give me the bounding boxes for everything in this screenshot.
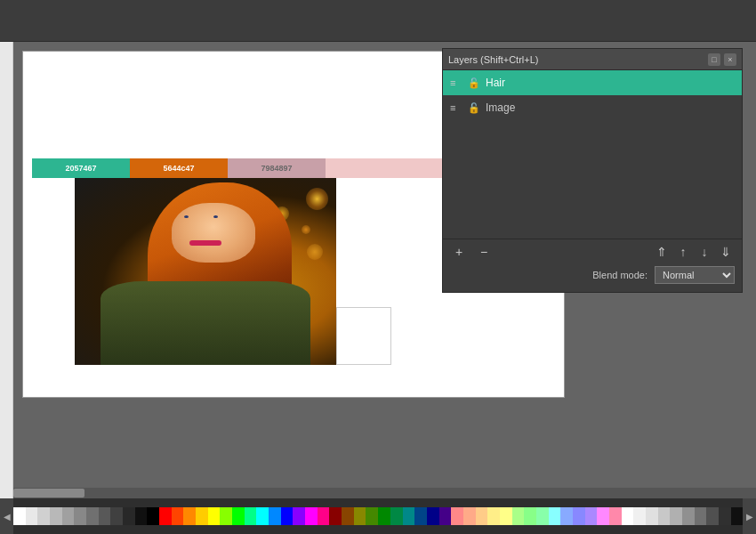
layers-titlebar: Layers (Shift+Ctrl+L) □ × [443, 49, 742, 70]
palette-color-swatch[interactable] [281, 507, 294, 525]
layer-name-image: Image [486, 101, 735, 114]
palette-scroll-left-button[interactable]: ◀ [0, 498, 13, 534]
layer-controls: + − ⇑ ↑ ↓ ⇓ [443, 239, 742, 263]
ruler-vertical [0, 42, 13, 498]
palette-color-swatch[interactable] [719, 507, 731, 525]
palette-color-swatch[interactable] [50, 507, 62, 525]
layer-arrow-buttons: ⇑ ↑ ↓ ⇓ [653, 243, 735, 261]
swatch-extra: 7984897 [228, 158, 326, 178]
palette-color-swatch[interactable] [305, 507, 318, 525]
palette-color-swatch[interactable] [439, 507, 452, 525]
palette-color-swatch[interactable] [695, 507, 707, 525]
palette-color-swatch[interactable] [597, 507, 609, 525]
palette-color-swatch[interactable] [390, 507, 403, 525]
layer-menu-icon-image: ≡ [450, 102, 462, 113]
layer-name-hair: Hair [486, 77, 735, 89]
add-layer-button[interactable]: + [450, 243, 468, 261]
palette-color-swatch[interactable] [86, 507, 99, 525]
palette-color-swatch[interactable] [318, 507, 330, 525]
palette-color-swatch[interactable] [342, 507, 354, 525]
palette-color-swatch[interactable] [682, 507, 695, 525]
palette-color-swatch[interactable] [573, 507, 585, 525]
palette-color-swatch[interactable] [524, 507, 536, 525]
palette-color-swatch[interactable] [256, 507, 269, 525]
canvas-hscrollbar[interactable] [13, 488, 756, 498]
palette-color-swatch[interactable] [403, 507, 415, 525]
layer-move-top-button[interactable]: ⇑ [653, 243, 671, 261]
palette-color-swatch[interactable] [706, 507, 719, 525]
palette-color-swatch[interactable] [172, 507, 184, 525]
palette-color-swatch[interactable] [731, 507, 744, 525]
palette-color-swatch[interactable] [135, 507, 148, 525]
palette-color-swatch[interactable] [487, 507, 500, 525]
palette-color-swatch[interactable] [646, 507, 658, 525]
bottom-palette: ◀ ▶ [0, 498, 756, 534]
palette-color-swatch[interactable] [451, 507, 463, 525]
palette-color-swatch[interactable] [147, 507, 159, 525]
palette-color-swatch[interactable] [609, 507, 622, 525]
palette-color-swatch[interactable] [196, 507, 208, 525]
palette-color-swatch[interactable] [427, 507, 439, 525]
palette-color-swatch[interactable] [74, 507, 86, 525]
top-toolbar [0, 0, 756, 42]
layer-move-up-button[interactable]: ↑ [674, 243, 692, 261]
palette-color-swatch[interactable] [26, 507, 38, 525]
palette-color-swatch[interactable] [62, 507, 75, 525]
palette-color-swatch[interactable] [37, 507, 50, 525]
layer-move-bottom-button[interactable]: ⇓ [717, 243, 735, 261]
palette-color-swatch[interactable] [476, 507, 488, 525]
palette-color-swatch[interactable] [159, 507, 172, 525]
palette-color-swatch[interactable] [366, 507, 378, 525]
canvas-photo [75, 178, 336, 365]
palette-color-swatch[interactable] [560, 507, 573, 525]
blend-mode-label: Blend mode: [592, 270, 647, 280]
layers-minimize-button[interactable]: □ [708, 53, 720, 66]
palette-color-swatch[interactable] [123, 507, 135, 525]
palette-color-swatch[interactable] [110, 507, 123, 525]
palette-color-swatch[interactable] [13, 507, 26, 525]
palette-color-swatch[interactable] [536, 507, 549, 525]
palette-color-swatch[interactable] [245, 507, 257, 525]
layer-lock-icon-image: 🔓 [468, 102, 480, 114]
layer-move-down-button[interactable]: ↓ [696, 243, 713, 261]
palette-color-swatch[interactable] [269, 507, 281, 525]
palette-scroll-right-button[interactable]: ▶ [743, 498, 756, 534]
palette-color-swatch[interactable] [354, 507, 366, 525]
palette-color-swatch[interactable] [658, 507, 671, 525]
palette-color-swatch[interactable] [183, 507, 196, 525]
palette-color-swatch[interactable] [293, 507, 305, 525]
palette-color-swatch[interactable] [500, 507, 512, 525]
layer-lock-icon-hair: 🔓 [468, 77, 480, 89]
swatch-image: 5644c47 [130, 158, 228, 178]
palette-color-swatch[interactable] [232, 507, 245, 525]
canvas-white-box [336, 307, 391, 365]
palette-color-swatch[interactable] [633, 507, 646, 525]
palette-color-swatch[interactable] [512, 507, 525, 525]
palette-color-swatch[interactable] [329, 507, 342, 525]
layer-row-hair[interactable]: ≡ 🔓 Hair [443, 70, 742, 95]
swatch-ext2 [326, 158, 459, 178]
palette-color-swatch[interactable] [414, 507, 427, 525]
palette-color-swatch[interactable] [99, 507, 111, 525]
blend-mode-row: Blend mode: Normal Dissolve Multiply Scr… [443, 263, 742, 287]
layer-menu-icon-hair: ≡ [450, 77, 462, 88]
layer-row-image[interactable]: ≡ 🔓 Image [443, 95, 742, 120]
palette-color-swatch[interactable] [220, 507, 232, 525]
blend-mode-select[interactable]: Normal Dissolve Multiply Screen Overlay … [655, 266, 735, 284]
palette-color-swatch[interactable] [549, 507, 561, 525]
palette-color-swatch[interactable] [585, 507, 598, 525]
palette-color-swatch[interactable] [670, 507, 682, 525]
layers-close-button[interactable]: × [724, 53, 736, 66]
hscroll-thumb[interactable] [13, 489, 84, 498]
palette-color-swatch[interactable] [622, 507, 634, 525]
swatch-hair: 2057467 [32, 158, 130, 178]
color-swatches-strip: 2057467 5644c47 7984897 [32, 158, 459, 178]
layers-panel-title: Layers (Shift+Ctrl+L) [448, 54, 538, 65]
palette-colors [13, 507, 743, 525]
app-window: 100 200 300 400 500 2057467 5644c47 [0, 0, 756, 534]
palette-color-swatch[interactable] [208, 507, 221, 525]
layers-panel: Layers (Shift+Ctrl+L) □ × ≡ 🔓 Hair ≡ 🔓 I… [442, 48, 743, 293]
palette-color-swatch[interactable] [463, 507, 476, 525]
palette-color-swatch[interactable] [378, 507, 390, 525]
remove-layer-button[interactable]: − [475, 243, 493, 261]
